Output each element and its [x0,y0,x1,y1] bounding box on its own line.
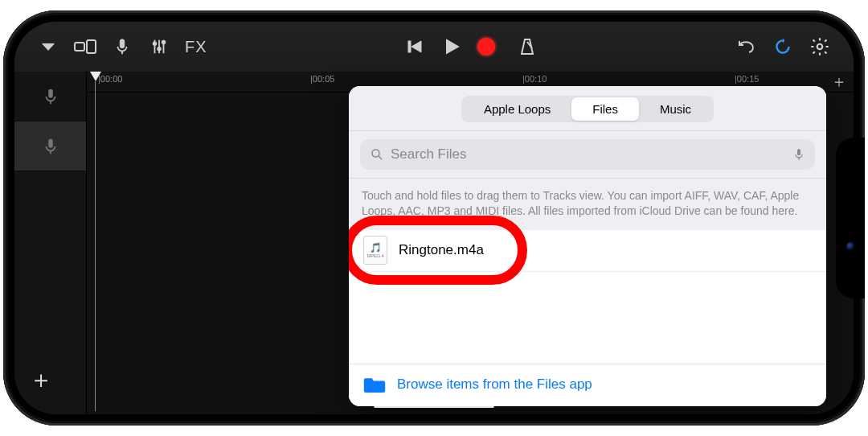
svg-point-15 [817,44,823,50]
loop-browser-popover: Apple Loops Files Music Search Files Tou… [349,86,826,406]
track-header-column: ＋ [14,72,87,414]
file-name-label: Ringtone.m4a [399,242,484,258]
toolbar-right-group [735,35,831,58]
screen: FX [14,22,854,414]
browse-files-app-link[interactable]: Browse items from the Files app [397,376,592,393]
svg-line-21 [379,156,382,159]
tab-files[interactable]: Files [571,97,639,121]
home-indicator[interactable] [374,404,494,408]
rewind-button[interactable] [403,35,426,58]
svg-rect-3 [120,39,125,48]
svg-rect-1 [75,43,84,51]
transport-group [403,35,538,58]
play-button[interactable] [440,35,463,58]
search-icon [370,147,384,162]
playhead[interactable] [90,72,101,411]
dictation-icon[interactable] [792,146,805,162]
top-toolbar: FX [14,22,854,72]
popover-footer: Browse items from the Files app [349,364,826,406]
audio-file-icon: 🎵 MPEG 4 [363,236,387,265]
file-row-ringtone[interactable]: 🎵 MPEG 4 Ringtone.m4a [349,230,826,272]
camera-lens [846,242,854,250]
track-header-2[interactable] [14,121,86,171]
source-segmented-control: Apple Loops Files Music [461,96,714,122]
svg-rect-16 [48,88,53,97]
svg-rect-22 [797,149,800,155]
svg-rect-2 [87,40,96,53]
tab-apple-loops[interactable]: Apple Loops [463,97,571,121]
file-list: 🎵 MPEG 4 Ringtone.m4a [349,230,826,364]
settings-button[interactable] [809,35,831,58]
svg-marker-12 [411,41,421,52]
fx-button[interactable]: FX [185,38,207,56]
add-section-button[interactable]: ＋ [831,73,847,89]
svg-point-9 [158,47,161,51]
iphone-frame: FX [3,10,865,426]
microphone-icon [42,88,59,105]
popover-header: Apple Loops Files Music [349,86,826,131]
ruler-mark: |00:10 [522,74,547,84]
add-track-button[interactable]: ＋ [29,364,53,397]
svg-rect-18 [48,138,53,147]
record-button[interactable] [477,38,495,56]
loop-browser-button[interactable] [772,35,794,58]
svg-marker-0 [43,43,55,50]
undo-button[interactable] [735,35,757,58]
svg-point-10 [162,41,166,44]
tab-music[interactable]: Music [639,97,712,121]
import-hint-text: Touch and hold files to drag them to Tra… [349,179,826,230]
search-bar: Search Files [349,131,826,179]
track-view-button[interactable] [74,35,96,58]
toolbar-left-group: FX [37,35,207,58]
svg-point-8 [154,43,157,46]
ruler-mark: |00:00 [98,74,122,84]
folder-icon [363,376,386,393]
search-placeholder: Search Files [391,146,466,162]
ruler-mark: |00:05 [310,74,334,84]
microphone-button[interactable] [111,35,133,58]
track-header-1[interactable] [14,72,86,121]
svg-rect-11 [408,41,411,52]
svg-marker-13 [446,39,458,53]
svg-point-20 [372,150,379,157]
view-menu-button[interactable] [37,35,59,58]
mixer-button[interactable] [148,35,170,58]
search-input[interactable]: Search Files [360,139,815,170]
device-notch [836,138,865,298]
microphone-icon [42,138,59,155]
metronome-button[interactable] [516,35,538,58]
ruler-mark: |00:15 [735,74,759,84]
